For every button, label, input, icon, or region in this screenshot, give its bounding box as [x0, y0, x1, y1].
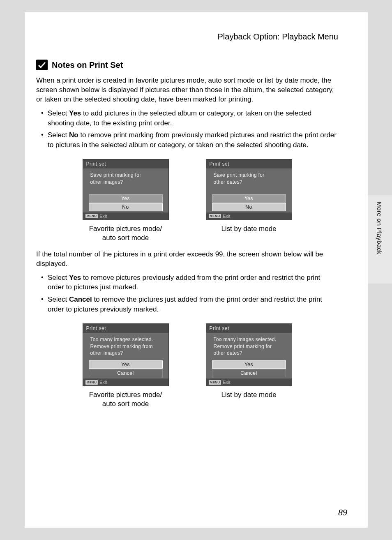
screen-block-left: Print set Too many images selected. Remo…	[83, 323, 169, 409]
screen-footer: MENU Exit	[206, 212, 292, 220]
bold-text: Cancel	[69, 295, 92, 303]
bullet-list-2: Select Yes to remove pictures previously…	[41, 273, 338, 314]
page: Playback Option: Playback Menu Notes on …	[25, 12, 368, 528]
text: Select	[48, 131, 69, 139]
screen-title: Print set	[83, 159, 168, 168]
screen-caption: Favorite pictures mode/ auto sort mode	[89, 224, 162, 242]
screen-message: Save print marking for other dates?	[210, 170, 288, 194]
text: auto sort mode	[102, 400, 149, 408]
text: Too many images selected.	[214, 337, 277, 342]
section-header: Notes on Print Set	[36, 60, 338, 70]
text: auto sort mode	[102, 234, 149, 242]
screen-body: Save print marking for other images? Yes…	[83, 168, 168, 212]
menu-icon: MENU	[209, 380, 221, 385]
text: Save print marking for	[90, 172, 141, 178]
page-header: Playback Option: Playback Menu	[218, 32, 339, 42]
text: Select	[48, 274, 69, 282]
bold-text: No	[69, 131, 78, 139]
camera-screen: Print set Save print marking for other d…	[206, 159, 292, 220]
screen-option-no: No	[89, 203, 163, 211]
screen-block-right: Print set Save print marking for other d…	[206, 159, 292, 242]
screen-option-yes: Yes	[212, 360, 286, 369]
screen-body: Too many images selected. Remove print m…	[206, 333, 292, 378]
side-tab-label: More on Playback	[376, 202, 383, 254]
camera-screen: Print set Too many images selected. Remo…	[83, 323, 169, 386]
side-tab: More on Playback	[368, 195, 392, 284]
text: List by date mode	[221, 391, 276, 399]
list-item: Select Yes to add pictures in the select…	[41, 108, 338, 128]
text: other images?	[90, 350, 123, 356]
screen-caption: List by date mode	[221, 224, 276, 233]
screen-option-cancel: Cancel	[212, 369, 286, 377]
screen-option-no: No	[212, 203, 286, 211]
text: other dates?	[214, 179, 242, 185]
list-item: Select No to remove print marking from p…	[41, 130, 338, 150]
bullet-list-1: Select Yes to add pictures in the select…	[41, 108, 338, 150]
text: Favorite pictures mode/	[89, 225, 162, 233]
screen-body: Save print marking for other dates? Yes …	[206, 168, 292, 212]
screen-message: Too many images selected. Remove print m…	[86, 335, 165, 360]
screen-option-yes: Yes	[212, 194, 286, 203]
second-paragraph: If the total number of the pictures in a…	[36, 250, 338, 269]
exit-label: Exit	[99, 380, 107, 385]
screen-option-yes: Yes	[89, 194, 163, 203]
menu-icon: MENU	[209, 214, 221, 218]
page-number: 89	[338, 507, 347, 518]
exit-label: Exit	[223, 214, 230, 219]
menu-icon: MENU	[85, 214, 98, 218]
screen-block-right: Print set Too many images selected. Remo…	[206, 323, 292, 409]
note-icon	[36, 60, 48, 70]
screen-option-yes: Yes	[89, 360, 163, 369]
camera-screen: Print set Too many images selected. Remo…	[206, 323, 292, 386]
screen-message: Save print marking for other images?	[86, 170, 165, 194]
intro-paragraph: When a print order is created in favorit…	[36, 76, 338, 104]
text: Too many images selected.	[90, 337, 153, 342]
text: other images?	[90, 179, 123, 185]
text: to remove print marking from previously …	[48, 131, 337, 149]
bold-text: Yes	[69, 274, 81, 282]
screen-footer: MENU Exit	[206, 378, 292, 386]
text: Save print marking for	[214, 172, 265, 178]
content-area: Notes on Print Set When a print order is…	[36, 60, 338, 413]
bold-text: Yes	[69, 109, 81, 117]
screenshots-row-1: Print set Save print marking for other i…	[36, 159, 338, 242]
screen-message: Too many images selected. Remove print m…	[210, 335, 288, 360]
screenshots-row-2: Print set Too many images selected. Remo…	[36, 323, 338, 409]
text: Remove print marking for	[214, 344, 272, 349]
list-item: Select Cancel to remove the pictures jus…	[41, 295, 338, 314]
text: other dates?	[214, 350, 242, 356]
section-title: Notes on Print Set	[52, 60, 123, 70]
text: Favorite pictures mode/	[89, 391, 162, 399]
screen-caption: Favorite pictures mode/ auto sort mode	[89, 390, 162, 408]
text: to remove pictures previously added from…	[48, 274, 320, 291]
camera-screen: Print set Save print marking for other i…	[83, 159, 169, 220]
text: Remove print marking from	[90, 344, 153, 349]
screen-footer: MENU Exit	[83, 378, 168, 386]
exit-label: Exit	[99, 214, 107, 219]
text: Select	[48, 109, 69, 117]
screen-caption: List by date mode	[221, 390, 276, 399]
text: List by date mode	[221, 225, 276, 233]
exit-label: Exit	[223, 380, 230, 385]
screen-footer: MENU Exit	[83, 212, 168, 220]
screen-option-cancel: Cancel	[89, 369, 163, 377]
text: Select	[48, 295, 69, 303]
screen-title: Print set	[206, 324, 292, 333]
text: to add pictures in the selected album or…	[48, 109, 311, 127]
list-item: Select Yes to remove pictures previously…	[41, 273, 338, 293]
screen-title: Print set	[83, 324, 168, 333]
screen-title: Print set	[206, 159, 292, 168]
menu-icon: MENU	[85, 380, 98, 385]
screen-block-left: Print set Save print marking for other i…	[83, 159, 169, 242]
screen-body: Too many images selected. Remove print m…	[83, 333, 168, 378]
